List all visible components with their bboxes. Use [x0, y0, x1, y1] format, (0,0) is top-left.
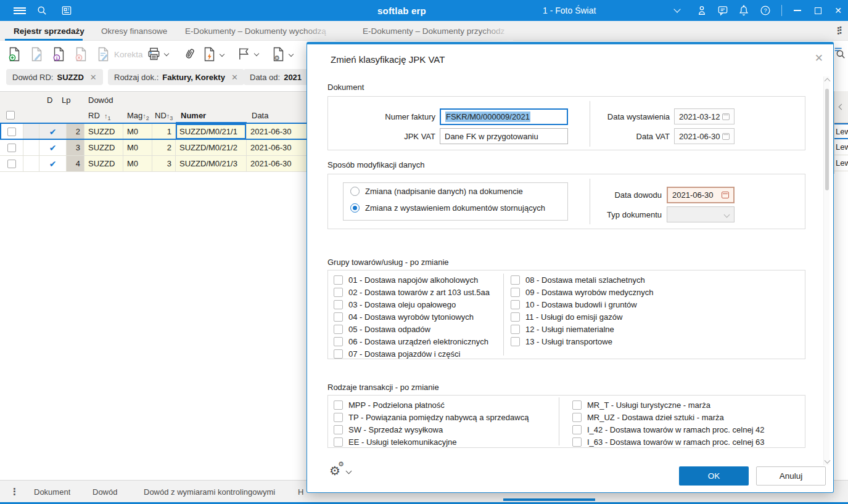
checkbox[interactable] [334, 300, 343, 309]
remove-filter-icon[interactable]: ✕ [90, 73, 97, 82]
cell-lp[interactable]: 4 [67, 156, 84, 172]
column-header-mag[interactable]: Mag↑2 [127, 111, 149, 121]
bottom-overflow-icon[interactable]: ⋮ [10, 481, 19, 503]
flag-dropdown-chevron-icon[interactable] [254, 51, 259, 55]
cell-mag[interactable]: M0 [123, 156, 152, 172]
tab-edokumenty-przychodzace[interactable]: E-Dokumenty – Dokumenty przychodz [363, 21, 513, 41]
checkbox[interactable] [511, 300, 520, 309]
checkbox[interactable] [334, 413, 343, 422]
dialog-close-icon[interactable]: ✕ [815, 52, 823, 65]
scroll-down-icon[interactable] [824, 458, 830, 464]
search-icon[interactable] [33, 0, 51, 21]
bottom-tab-dowod[interactable]: Dowód [93, 481, 117, 503]
checkbox-item-sw[interactable]: SW - Sprzedaż wysyłkowa [334, 423, 529, 436]
close-button[interactable]: ✕ [829, 0, 847, 21]
calendar-icon[interactable] [722, 133, 730, 140]
table-row[interactable]: ✔ 4 SUZZD M0 3 SUZZD/M0/21/3 2021-06-30 [0, 156, 308, 172]
document-settings-chevron-icon[interactable] [289, 51, 294, 56]
cancel-button[interactable]: Anuluj [756, 466, 826, 486]
help-icon[interactable]: ? [757, 0, 773, 21]
checkbox[interactable] [334, 400, 343, 410]
column-header-rd[interactable]: RD ↑1 [88, 111, 111, 121]
checkbox-item-12[interactable]: 12 - Usługi niematerialne [511, 323, 653, 335]
bottom-tab-dowod-wymiary[interactable]: Dowód z wymiarami kontrolingowymi [144, 481, 275, 503]
cell-lp[interactable]: 2 [67, 124, 84, 140]
cell-nd[interactable]: 1 [152, 124, 176, 140]
grid-search-icon[interactable] [833, 46, 846, 59]
ok-button[interactable]: OK [679, 466, 749, 486]
cell-nd[interactable]: 3 [152, 156, 176, 172]
filter-chip-rodzaj-dok[interactable]: Rodzaj dok.: Faktury, Korekty ✕ [108, 69, 244, 85]
minimize-button[interactable] [788, 0, 807, 21]
cell-nd[interactable]: 2 [152, 140, 176, 156]
collapse-panel-button[interactable] [834, 91, 848, 123]
bottom-tab-dokument[interactable]: Dokument [34, 481, 70, 503]
cell-data[interactable]: 2021-06-30 [247, 156, 308, 172]
delete-document-button[interactable] [74, 47, 88, 62]
cell-side[interactable]: Lew [834, 123, 848, 139]
checkbox-item-02[interactable]: 02 - Dostawa towarów z art 103 ust.5aa [334, 286, 490, 298]
add-document-button[interactable] [7, 47, 22, 62]
checkbox[interactable] [334, 437, 343, 447]
cell-lp[interactable]: 3 [67, 140, 84, 156]
quick-document-chevron-icon[interactable] [220, 51, 224, 56]
checkbox-item-09[interactable]: 09 - Dostawa wyrobów medycznych [511, 286, 653, 298]
cell-numer[interactable]: SUZZD/M0/21/3 [176, 156, 247, 172]
radio-zmiana-nadpisanie[interactable]: Zmiana (nadpisanie danych) na dokumencie [350, 187, 523, 196]
checkbox[interactable] [572, 425, 582, 434]
table-row[interactable]: ✔ 2 SUZZD M0 1 SUZZD/M0/21/1 2021-06-30 [0, 124, 308, 140]
panel-view-icon[interactable] [58, 0, 75, 21]
cell-rd[interactable]: SUZZD [84, 140, 123, 156]
column-header-d[interactable]: D [47, 96, 52, 105]
tab-rejestr-sprzedazy[interactable]: Rejestr sprzedaży [14, 21, 84, 41]
cell-mag[interactable]: M0 [123, 124, 152, 140]
print-dropdown-chevron-icon[interactable] [164, 51, 169, 55]
checkbox-item-04[interactable]: 04 - Dostawa wyrobów tytoniowych [334, 311, 490, 323]
filter-chip-data-od[interactable]: Data od: 2021 [244, 69, 315, 85]
cell-rd[interactable]: SUZZD [84, 156, 123, 172]
filter-chip-dowod[interactable]: Dowód RD: SUZZD ✕ [6, 69, 103, 85]
checkbox-item-08[interactable]: 08 - Dostawa metali szlachetnych [511, 274, 653, 286]
bell-icon[interactable] [736, 0, 752, 21]
remove-filter-icon[interactable]: ✕ [231, 73, 238, 82]
checkbox-item-i42[interactable]: I_42 - Dostawa towarów w ramach proc. ce… [572, 423, 765, 436]
checkbox[interactable] [334, 425, 343, 434]
checkbox-item-06[interactable]: 06 - Dostawa urządzeń elektronicznych [334, 335, 490, 348]
cell-side[interactable]: Lew [834, 155, 848, 171]
column-header-nd[interactable]: ND↑3 [155, 111, 173, 121]
column-group-dowod[interactable]: Dowód [88, 96, 113, 105]
column-header-numer[interactable]: Numer [181, 111, 206, 120]
scrollbar-thumb[interactable] [825, 89, 829, 190]
row-checkbox[interactable] [7, 128, 16, 136]
checkbox[interactable] [572, 437, 582, 447]
bottom-tab-clipped[interactable]: H [298, 481, 306, 503]
hamburger-menu-icon[interactable] [11, 0, 28, 21]
checkbox[interactable] [511, 312, 520, 322]
checkbox-item-03[interactable]: 03 - Dostawa oleju opałowego [334, 298, 490, 311]
checkbox-item-13[interactable]: 13 - Usługi transportowe [511, 335, 653, 348]
tab-edokumenty-wychodzace[interactable]: E-Dokumenty – Dokumenty wychodzą [185, 21, 335, 41]
checkbox-item-01[interactable]: 01 - Dostawa napojów alkoholowych [334, 274, 490, 286]
cell-data[interactable]: 2021-06-30 [247, 140, 308, 156]
cell-side[interactable]: Lew [834, 139, 848, 155]
cell-mag[interactable]: M0 [123, 140, 152, 156]
document-info-button[interactable]: i [52, 47, 66, 62]
settings-chevron-icon[interactable] [345, 468, 352, 474]
cell-numer[interactable]: SUZZD/M0/21/1 [176, 124, 247, 140]
data-wystawienia-field[interactable]: 2021-03-12 [674, 108, 735, 124]
checkbox-item-mr-uz[interactable]: MR_UZ - Dostawa dzieł sztuki - marża [572, 411, 765, 423]
radio-selected-icon[interactable] [350, 203, 360, 213]
checkbox[interactable] [511, 275, 520, 285]
data-dowodu-field[interactable]: 2021-06-30 [667, 187, 735, 203]
checkbox-item-mr-t[interactable]: MR_T - Usługi turystyczne - marża [572, 399, 765, 411]
checkbox-item-mpp[interactable]: MPP - Podzielona płatność [334, 399, 529, 411]
checkbox[interactable] [334, 288, 343, 297]
checkbox-item-i63[interactable]: I_63 - Dostawa towarów w ramach proc. ce… [572, 436, 765, 448]
radio-zmiana-storno[interactable]: Zmiana z wystawieniem dokumentów stornuj… [350, 203, 545, 213]
korekta-button[interactable]: Korekta [96, 47, 143, 62]
checkbox-item-07[interactable]: 07 - Dostawa pojazdów i części [334, 348, 490, 360]
cell-data[interactable]: 2021-06-30 [247, 124, 308, 140]
maximize-button[interactable] [809, 0, 827, 21]
dialog-settings-button[interactable]: ⚙⚙ [329, 465, 351, 477]
column-header-lp[interactable]: Lp [62, 96, 70, 105]
